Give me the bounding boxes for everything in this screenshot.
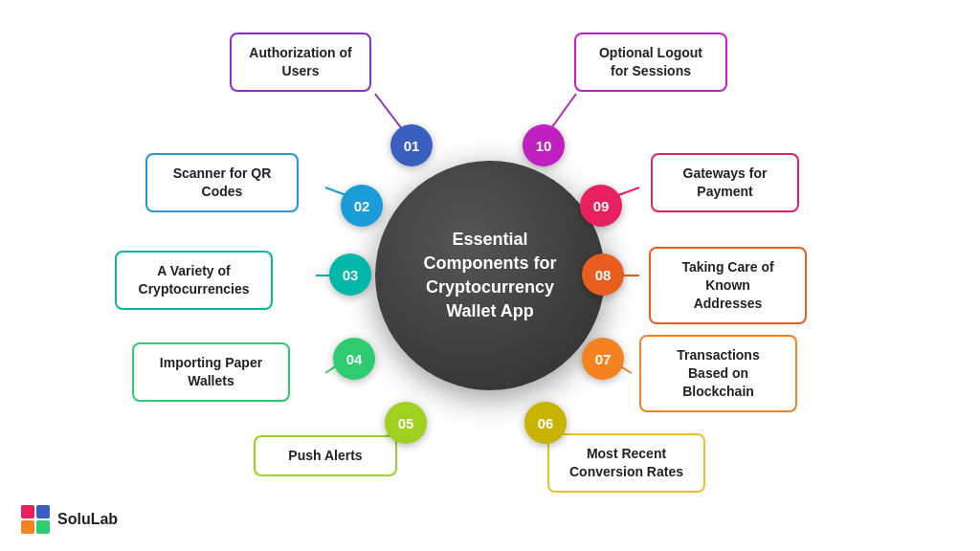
box-02: Scanner for QRCodes <box>145 153 299 212</box>
box-09: Gateways forPayment <box>651 153 799 212</box>
box-06: Most RecentConversion Rates <box>547 433 705 493</box>
badge-09: 09 <box>580 185 622 227</box>
box-03: A Variety ofCryptocurrencies <box>115 251 273 310</box>
center-circle: Essential Components for Cryptocurrency … <box>375 161 605 390</box>
box-05: Push Alerts <box>254 435 397 476</box>
box-01: Authorization ofUsers <box>230 33 371 92</box>
box-07: TransactionsBased onBlockchain <box>639 335 797 412</box>
box-08: Taking Care ofKnownAddresses <box>649 247 807 324</box>
badge-06: 06 <box>524 402 567 444</box>
svg-rect-12 <box>21 520 34 534</box>
badge-01: 01 <box>390 124 433 166</box>
box-04: Importing PaperWallets <box>132 342 290 402</box>
logo: SoluLab <box>21 505 118 534</box>
logo-label: SoluLab <box>57 511 118 528</box>
badge-10: 10 <box>523 124 565 166</box>
svg-rect-13 <box>36 520 50 534</box>
badge-05: 05 <box>385 402 427 444</box>
svg-rect-10 <box>21 505 34 518</box>
badge-08: 08 <box>582 253 624 296</box>
main-container: Essential Components for Cryptocurrency … <box>0 0 980 551</box>
badge-04: 04 <box>333 338 375 380</box>
svg-rect-11 <box>36 505 50 518</box>
solulab-icon <box>21 505 50 534</box>
badge-02: 02 <box>341 185 383 227</box>
box-10: Optional Logoutfor Sessions <box>574 33 727 92</box>
badge-03: 03 <box>329 253 371 296</box>
badge-07: 07 <box>582 338 624 380</box>
center-text: Essential Components for Cryptocurrency … <box>414 218 567 334</box>
